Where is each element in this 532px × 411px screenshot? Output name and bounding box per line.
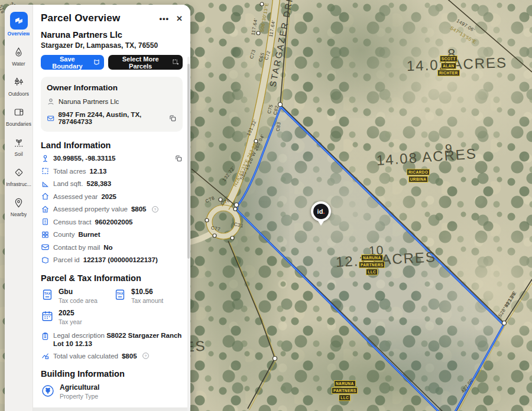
badge-line: SCOTT xyxy=(440,56,458,62)
id-map-pin[interactable]: id. xyxy=(311,201,331,227)
census-tract-row: Census tract 9602002005 xyxy=(41,217,183,226)
more-menu-icon[interactable]: ••• xyxy=(159,14,169,23)
county-grid-icon xyxy=(41,230,50,239)
copy-icon[interactable] xyxy=(174,154,183,162)
id-logo: id xyxy=(317,208,323,215)
row-value: 122137 (000000122137) xyxy=(83,256,158,263)
building-icon xyxy=(41,217,50,226)
trees-icon xyxy=(11,74,27,90)
badge-line: URBINA xyxy=(408,176,429,182)
boundary-shape-icon xyxy=(93,58,101,66)
sidebar-item-soil[interactable]: Soil xyxy=(5,135,33,157)
row-label: County xyxy=(53,231,74,238)
mailing-address-row: 8947 Fm 2244, Austin, TX, 787464733 xyxy=(47,111,177,125)
row-label: Land sqft. xyxy=(53,180,83,187)
save-boundary-label: Save Boundary xyxy=(44,56,90,70)
svg-text:?: ? xyxy=(144,354,147,358)
pin-head: id. xyxy=(311,201,331,221)
pin-drop-icon xyxy=(41,154,50,163)
owner-badge: SCOTT ALAN RICHTER xyxy=(437,56,460,76)
help-icon[interactable]: ? xyxy=(142,352,150,360)
row-value: $805 xyxy=(122,353,137,360)
row-value: $805 xyxy=(131,206,147,213)
calendar-icon xyxy=(41,309,54,322)
row-label: Parcel id xyxy=(53,256,80,263)
land-sqft-row: Land sqft. 528,383 xyxy=(41,180,183,188)
clipboard-icon xyxy=(41,332,50,341)
total-value-calculated-row: Total value calculated $805 ? xyxy=(41,351,183,360)
row-label: Total value calculated xyxy=(53,353,118,360)
badge-line: NARUNA xyxy=(334,380,356,387)
badge-line: ALAN xyxy=(441,63,456,69)
stat-value: 2025 xyxy=(59,309,82,317)
soil-plant-icon xyxy=(11,135,27,150)
land-information-heading: Land Information xyxy=(41,141,183,150)
svg-text:$: $ xyxy=(44,208,46,211)
sidebar-item-outdoors[interactable]: Outdoors xyxy=(5,74,33,97)
row-label: Assessed property value xyxy=(53,206,128,213)
badge-line: RICARDO xyxy=(407,169,430,175)
close-icon[interactable]: ✕ xyxy=(176,14,183,23)
sidebar-item-water[interactable]: Water xyxy=(5,44,33,67)
road-culdesac xyxy=(209,208,238,236)
select-more-parcels-label: Select More Parcels xyxy=(112,56,169,70)
copy-icon[interactable] xyxy=(168,114,177,122)
owner-information-card: Owner Information Naruna Partners Llc 89… xyxy=(41,77,183,132)
sidebar-item-nearby[interactable]: Nearby xyxy=(5,195,33,217)
mail-icon xyxy=(47,114,54,123)
boundaries-icon xyxy=(11,105,27,120)
pin-tail xyxy=(317,219,325,226)
select-more-parcels-button[interactable]: Select More Parcels xyxy=(108,55,183,70)
panel-header: Parcel Overview ••• ✕ xyxy=(41,12,183,24)
panel-title: Parcel Overview xyxy=(41,12,159,24)
coordinates-row: 30.99855, -98.33115 xyxy=(41,154,183,163)
save-boundary-button[interactable]: Save Boundary xyxy=(41,55,104,70)
agriculture-wheat-icon xyxy=(41,384,55,398)
person-icon xyxy=(47,97,55,106)
scrollbar-thumb[interactable] xyxy=(187,64,190,259)
section-divider xyxy=(33,407,190,411)
sidebar: Overview Water Outdoors Boundaries Soil xyxy=(5,5,33,411)
sidebar-item-label: Outdoors xyxy=(8,92,29,97)
stat-label: Tax amount xyxy=(131,297,163,304)
sidebar-item-label: Infrastruc... xyxy=(6,182,31,187)
badge-line: NARUNA xyxy=(361,255,383,261)
row-value: No xyxy=(103,244,112,251)
sidebar-item-label: Soil xyxy=(14,152,22,157)
select-parcels-icon xyxy=(172,58,179,66)
row-value: 528,383 xyxy=(87,180,112,187)
svg-text:TAX: TAX xyxy=(117,292,124,295)
sidebar-item-overview[interactable]: Overview xyxy=(5,12,33,37)
row-label: Census tract xyxy=(53,218,92,226)
help-icon[interactable]: ? xyxy=(151,206,159,213)
tax-year-stat: 2025Tax year xyxy=(41,309,110,325)
svg-text:TAX: TAX xyxy=(44,292,51,295)
owner-name: Naruna Partners Llc xyxy=(41,30,183,40)
sidebar-item-boundaries[interactable]: Boundaries xyxy=(5,105,33,127)
owner-badge: RICARDO URBINA xyxy=(407,169,430,182)
badge-line: PARTNERS xyxy=(359,262,385,268)
stat-value: Gbu xyxy=(59,288,98,296)
ruler-triangle-icon xyxy=(41,180,50,188)
overview-icon xyxy=(10,12,28,30)
badge-line: LLC xyxy=(339,394,351,401)
badge-line: RICHTER xyxy=(437,70,460,76)
row-value: 12.13 xyxy=(90,168,107,175)
row-value: 2025 xyxy=(101,193,116,200)
stat-label: Tax year xyxy=(59,318,82,325)
coordinates-value: 30.99855, -98.33115 xyxy=(53,155,116,162)
owner-info-heading: Owner Information xyxy=(47,83,177,92)
sidebar-item-infrastructure[interactable]: Infrastruc... xyxy=(5,165,33,187)
row-label: Assessed year xyxy=(53,193,98,200)
sidebar-item-label: Nearby xyxy=(11,212,27,217)
infrastructure-icon xyxy=(11,165,27,180)
tax-amount-stat: TAX $10.56Tax amount xyxy=(113,288,183,304)
mail-icon xyxy=(41,243,50,252)
sidebar-item-label: Water xyxy=(12,61,25,67)
owner-name-row: Naruna Partners Llc xyxy=(47,97,177,106)
badge-line: PARTNERS xyxy=(332,387,358,394)
property-address: Stargazer Dr, Lampasas, TX, 76550 xyxy=(41,41,183,50)
stat-label: Property Type xyxy=(60,393,99,400)
house-value-icon: $ xyxy=(41,205,50,214)
sidebar-item-label: Overview xyxy=(8,31,30,37)
